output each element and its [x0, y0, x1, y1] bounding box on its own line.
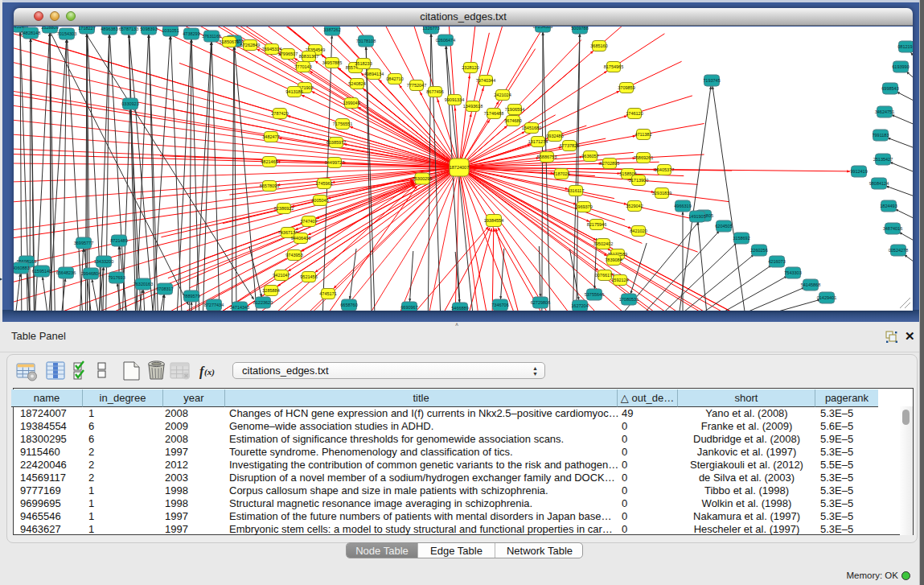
svg-text:8421020: 8421020 — [630, 229, 647, 233]
svg-text:5009788: 5009788 — [571, 27, 588, 31]
svg-text:5098393: 5098393 — [140, 27, 157, 31]
svg-text:7193745: 7193745 — [703, 78, 720, 83]
svg-text:65648236: 65648236 — [56, 270, 76, 275]
svg-text:37996507: 37996507 — [278, 51, 298, 56]
svg-text:8677496: 8677496 — [426, 89, 443, 94]
svg-text:80831367: 80831367 — [299, 54, 318, 59]
svg-text:49894134: 49894134 — [364, 72, 384, 76]
svg-text:36995777: 36995777 — [74, 241, 93, 245]
svg-text:19384554: 19384554 — [484, 218, 503, 223]
svg-text:96405377: 96405377 — [655, 167, 674, 172]
svg-text:00524278: 00524278 — [889, 248, 908, 253]
svg-text:6204505: 6204505 — [715, 224, 732, 229]
svg-text:1627204: 1627204 — [571, 303, 588, 308]
svg-text:53755646: 53755646 — [585, 292, 604, 297]
svg-text:32931839: 32931839 — [652, 191, 671, 196]
svg-text:61595148: 61595148 — [32, 269, 51, 274]
svg-text:1745961: 1745961 — [315, 181, 332, 186]
svg-text:1746120: 1746120 — [626, 111, 643, 116]
svg-text:73178108: 73178108 — [356, 39, 376, 43]
svg-text:2421024: 2421024 — [494, 93, 511, 97]
svg-text:29946804: 29946804 — [81, 271, 101, 276]
svg-text:7839084: 7839084 — [605, 257, 622, 262]
svg-text:7889579: 7889579 — [183, 294, 199, 299]
svg-text:57262849: 57262849 — [240, 43, 260, 47]
svg-text:71756551: 71756551 — [333, 122, 352, 126]
svg-text:9912419: 9912419 — [850, 169, 867, 174]
svg-text:1592124: 1592124 — [611, 278, 628, 282]
svg-text:9413186: 9413186 — [285, 89, 302, 94]
svg-text:87234309: 87234309 — [533, 27, 552, 29]
svg-text:4711382: 4711382 — [634, 132, 651, 137]
svg-text:7346706: 7346706 — [491, 303, 508, 307]
svg-text:39502402: 39502402 — [593, 241, 613, 246]
svg-text:71906594: 71906594 — [505, 107, 524, 112]
svg-text:8721489: 8721489 — [110, 238, 127, 243]
svg-text:25300295: 25300295 — [413, 176, 432, 181]
svg-text:62386922: 62386922 — [274, 206, 294, 211]
svg-text:34874016: 34874016 — [883, 226, 902, 231]
svg-text:81754965: 81754965 — [604, 64, 623, 69]
svg-text:4316117: 4316117 — [567, 188, 584, 193]
svg-text:0330923: 0330923 — [121, 101, 138, 106]
svg-text:1718227: 1718227 — [78, 27, 95, 31]
svg-text:04828148: 04828148 — [21, 31, 40, 35]
svg-text:5466889: 5466889 — [451, 306, 468, 311]
svg-text:5674680: 5674680 — [504, 118, 521, 123]
svg-text:34714345: 34714345 — [230, 305, 249, 310]
svg-text:76320163: 76320163 — [133, 282, 153, 286]
svg-text:1824493: 1824493 — [880, 204, 897, 208]
svg-text:3709859: 3709859 — [618, 85, 634, 90]
svg-text:6658760: 6658760 — [340, 303, 357, 307]
svg-text:2328120: 2328120 — [462, 65, 478, 70]
svg-text:0812191: 0812191 — [897, 44, 913, 49]
svg-text:15451680: 15451680 — [522, 126, 541, 130]
svg-text:2260256: 2260256 — [750, 248, 767, 253]
svg-text:1491905: 1491905 — [688, 214, 705, 219]
svg-text:0842710: 0842710 — [386, 76, 403, 81]
svg-text:13171274: 13171274 — [528, 139, 548, 144]
svg-text:9743953: 9743953 — [285, 253, 302, 257]
svg-text:3518233: 3518233 — [355, 61, 372, 66]
svg-text:7991183: 7991183 — [872, 133, 889, 138]
svg-text:4896383: 4896383 — [101, 27, 117, 31]
svg-text:31713900: 31713900 — [629, 178, 648, 183]
svg-text:3285884: 3285884 — [262, 288, 279, 293]
svg-text:(x): (x) — [204, 367, 215, 377]
svg-text:17080531: 17080531 — [619, 297, 639, 302]
svg-text:70154303: 70154303 — [57, 31, 76, 36]
svg-text:51850671: 51850671 — [220, 39, 239, 44]
svg-text:3387262: 3387262 — [323, 27, 340, 32]
svg-text:3685160: 3685160 — [590, 43, 607, 48]
svg-text:13433200: 13433200 — [94, 259, 113, 264]
svg-text:75869261: 75869261 — [634, 155, 653, 160]
svg-text:7770143: 7770143 — [294, 64, 311, 69]
svg-text:55886753: 55886753 — [537, 154, 556, 159]
svg-text:1031051: 1031051 — [162, 28, 179, 33]
svg-text:7917693: 7917693 — [108, 275, 125, 280]
svg-text:3158692: 3158692 — [733, 236, 749, 241]
svg-text:81223623: 81223623 — [253, 300, 273, 305]
svg-text:01429401: 01429401 — [817, 295, 836, 300]
svg-text:67737826: 67737826 — [560, 143, 579, 148]
svg-text:2787429: 2787429 — [271, 111, 288, 116]
svg-text:79740344: 79740344 — [476, 78, 495, 83]
svg-text:4060883: 4060883 — [14, 266, 30, 270]
svg-text:25135427: 25135427 — [873, 157, 893, 162]
svg-text:98084124: 98084124 — [869, 181, 889, 186]
svg-text:94406409: 94406409 — [291, 236, 310, 241]
svg-text:77752047: 77752047 — [407, 83, 426, 88]
svg-text:37631165: 37631165 — [202, 34, 221, 39]
svg-text:3529042: 3529042 — [626, 204, 643, 208]
svg-text:71746488: 71746488 — [484, 111, 503, 116]
svg-text:65787133: 65787133 — [119, 27, 138, 31]
svg-text:9421047: 9421047 — [273, 273, 290, 278]
svg-text:4005045: 4005045 — [311, 198, 328, 203]
svg-text:5240824: 5240824 — [348, 81, 365, 86]
svg-text:0932480: 0932480 — [546, 134, 563, 138]
svg-text:4745171: 4745171 — [319, 291, 336, 296]
svg-text:1326773: 1326773 — [422, 27, 439, 31]
svg-text:7187026: 7187026 — [552, 171, 569, 176]
svg-text:02606474: 02606474 — [436, 38, 455, 43]
svg-text:04499727: 04499727 — [325, 160, 344, 165]
